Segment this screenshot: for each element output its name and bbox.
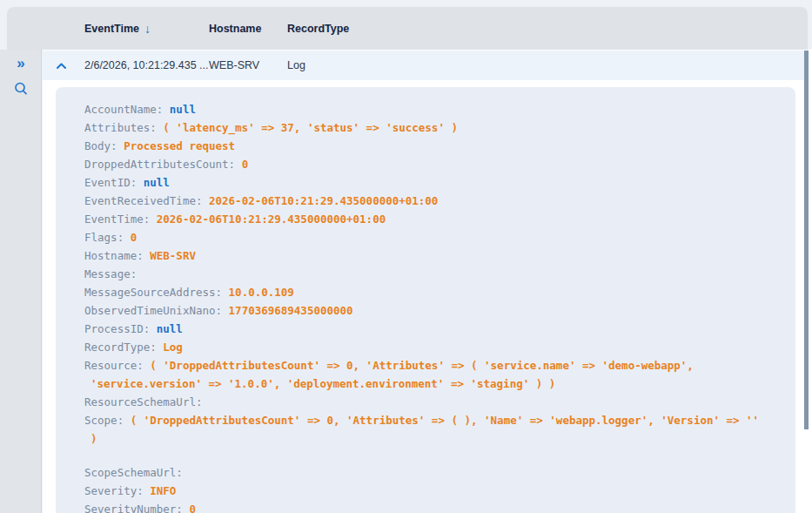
detail-field: DroppedAttributesCount: 0 bbox=[84, 155, 766, 173]
field-key: EventReceivedTime: bbox=[84, 194, 209, 207]
scrollbar-thumb[interactable] bbox=[804, 51, 809, 429]
left-sidebar: » bbox=[0, 50, 42, 513]
field-value: 2026-02-06T10:21:29.435000000+01:00 bbox=[157, 213, 386, 226]
column-header-hostname[interactable]: Hostname bbox=[209, 7, 261, 50]
detail-field: ProcessID: null bbox=[84, 320, 766, 338]
column-label: EventTime bbox=[84, 23, 139, 35]
detail-field: Hostname: WEB-SRV bbox=[84, 246, 766, 265]
field-value: 0 bbox=[189, 503, 196, 513]
detail-field: ObservedTimeUnixNano: 177036968943500000… bbox=[84, 301, 766, 320]
detail-field: EventID: null bbox=[84, 173, 766, 192]
field-key: ScopeSchemaUrl: bbox=[84, 466, 183, 479]
expand-sidebar-button[interactable]: » bbox=[0, 50, 42, 76]
double-chevron-right-icon: » bbox=[17, 56, 24, 71]
field-value: 10.0.0.109 bbox=[229, 286, 294, 299]
table-body: 2/6/2026, 10:21:29.435 ... WEB-SRV Log A… bbox=[43, 50, 812, 513]
field-value: 0 bbox=[242, 158, 249, 171]
detail-field bbox=[84, 448, 766, 463]
collapse-row-button[interactable] bbox=[56, 51, 67, 80]
column-label: RecordType bbox=[287, 23, 349, 35]
detail-field: EventReceivedTime: 2026-02-06T10:21:29.4… bbox=[84, 192, 766, 210]
field-value: 0 bbox=[131, 231, 138, 244]
row-recordtype-value: Log bbox=[287, 51, 305, 80]
field-value: null bbox=[170, 103, 196, 116]
detail-field: RecordType: Log bbox=[84, 338, 766, 356]
row-hostname-value: WEB-SRV bbox=[209, 51, 259, 80]
field-value: ( 'latency_ms' => 37, 'status' => 'succe… bbox=[163, 121, 458, 134]
column-header-recordtype[interactable]: RecordType bbox=[287, 7, 349, 50]
field-key: Hostname: bbox=[84, 249, 150, 262]
field-key: Severity: bbox=[84, 484, 150, 497]
detail-field: SeverityNumber: 0 bbox=[84, 500, 766, 513]
field-key: Body: bbox=[84, 139, 124, 152]
field-value: null bbox=[144, 176, 170, 189]
detail-field: Flags: 0 bbox=[84, 228, 766, 246]
field-value: 1770369689435000000 bbox=[229, 304, 353, 317]
detail-field: EventTime: 2026-02-06T10:21:29.435000000… bbox=[84, 210, 766, 228]
detail-field: Severity: INFO bbox=[84, 482, 766, 500]
field-key: SeverityNumber: bbox=[84, 503, 189, 513]
detail-field: MessageSourceAddress: 10.0.0.109 bbox=[84, 283, 766, 301]
chevron-up-icon bbox=[56, 62, 67, 70]
field-key: DroppedAttributesCount: bbox=[84, 158, 242, 171]
log-detail-panel: AccountName: null Attributes: ( 'latency… bbox=[56, 87, 795, 513]
detail-field: Resource: ( 'DroppedAttributesCount' => … bbox=[84, 356, 766, 393]
detail-field: Scope: ( 'DroppedAttributesCount' => 0, … bbox=[84, 411, 766, 448]
field-key: AccountName: bbox=[84, 103, 170, 116]
row-eventtime-value: 2/6/2026, 10:21:29.435 ... bbox=[84, 51, 208, 80]
detail-field: Message: bbox=[84, 265, 766, 283]
field-value: Processed request bbox=[124, 139, 235, 152]
detail-field: AccountName: null bbox=[84, 100, 766, 118]
detail-field: ResourceSchemaUrl: bbox=[84, 393, 766, 411]
detail-field: ScopeSchemaUrl: bbox=[84, 463, 766, 482]
field-key: RecordType: bbox=[84, 341, 163, 354]
field-key: Scope: bbox=[84, 414, 131, 427]
field-key: MessageSourceAddress: bbox=[84, 286, 229, 299]
search-button[interactable] bbox=[0, 76, 42, 102]
field-key: ResourceSchemaUrl: bbox=[84, 395, 202, 408]
vertical-scrollbar bbox=[804, 51, 812, 513]
field-key: EventID: bbox=[84, 176, 144, 189]
field-key: Resource: bbox=[84, 359, 150, 372]
field-key: Message: bbox=[84, 267, 137, 280]
log-table-row[interactable]: 2/6/2026, 10:21:29.435 ... WEB-SRV Log bbox=[43, 51, 804, 80]
field-value: ( 'DroppedAttributesCount' => 0, 'Attrib… bbox=[91, 414, 766, 445]
field-key: ObservedTimeUnixNano: bbox=[84, 304, 229, 317]
detail-field: Body: Processed request bbox=[84, 137, 766, 155]
log-viewer-app: EventTime ↓ Hostname RecordType » bbox=[0, 0, 812, 513]
field-key: Attributes: bbox=[84, 121, 163, 134]
column-header-eventtime[interactable]: EventTime ↓ bbox=[84, 7, 151, 50]
field-value: WEB-SRV bbox=[150, 249, 196, 262]
field-value: INFO bbox=[150, 484, 176, 497]
column-label: Hostname bbox=[209, 23, 261, 35]
sort-desc-icon: ↓ bbox=[144, 22, 151, 36]
detail-field: Attributes: ( 'latency_ms' => 37, 'statu… bbox=[84, 118, 766, 137]
field-value: null bbox=[157, 322, 183, 335]
search-icon bbox=[13, 81, 29, 97]
field-key: ProcessID: bbox=[84, 322, 157, 335]
detail-fields-list: AccountName: null Attributes: ( 'latency… bbox=[84, 100, 766, 513]
field-value: Log bbox=[163, 341, 183, 354]
field-key: EventTime: bbox=[84, 213, 157, 226]
field-value: 2026-02-06T10:21:29.435000000+01:00 bbox=[209, 194, 438, 207]
field-value: ( 'DroppedAttributesCount' => 0, 'Attrib… bbox=[91, 359, 700, 390]
table-header: EventTime ↓ Hostname RecordType bbox=[7, 7, 808, 50]
field-key: Flags: bbox=[84, 231, 131, 244]
